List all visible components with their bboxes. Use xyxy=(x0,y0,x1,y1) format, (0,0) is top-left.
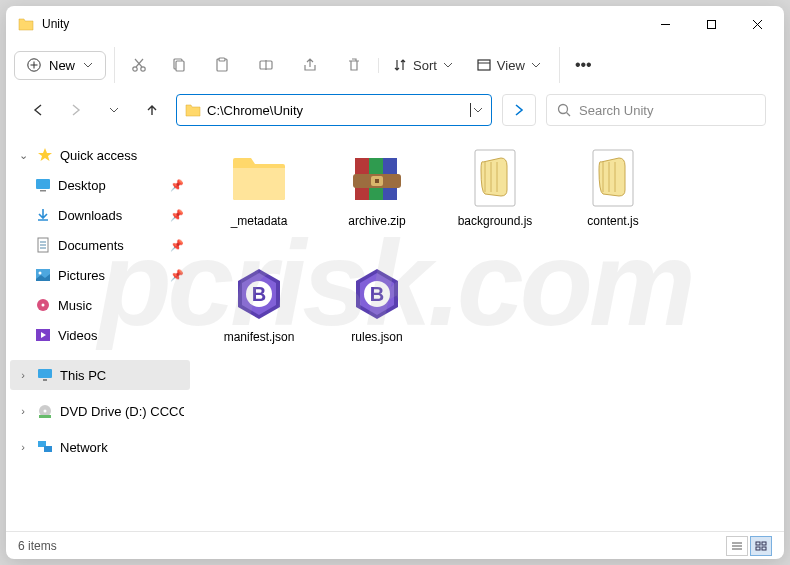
sort-button[interactable]: Sort xyxy=(378,58,463,73)
svg-rect-33 xyxy=(43,379,47,381)
sidebar-item-downloads[interactable]: Downloads📌 xyxy=(10,200,190,230)
pin-icon: 📌 xyxy=(170,269,184,282)
svg-rect-14 xyxy=(219,58,225,61)
sidebar-item-music[interactable]: Music xyxy=(10,290,190,320)
pin-icon: 📌 xyxy=(170,209,184,222)
delete-button[interactable] xyxy=(334,47,374,83)
share-button[interactable] xyxy=(290,47,330,83)
search-icon xyxy=(557,103,571,117)
more-button[interactable]: ••• xyxy=(559,47,599,83)
folder-icon xyxy=(185,103,201,117)
back-button[interactable] xyxy=(24,96,52,124)
svg-line-9 xyxy=(136,59,143,67)
recent-button[interactable] xyxy=(100,96,128,124)
sort-icon xyxy=(393,58,407,72)
search-placeholder: Search Unity xyxy=(579,103,653,118)
window-title: Unity xyxy=(42,17,642,31)
svg-rect-44 xyxy=(375,179,379,183)
svg-point-8 xyxy=(140,67,144,71)
svg-rect-21 xyxy=(36,179,50,189)
view-button[interactable]: View xyxy=(467,58,551,73)
chevron-down-icon[interactable] xyxy=(473,107,483,113)
svg-point-19 xyxy=(559,105,568,114)
desktop-icon xyxy=(34,176,52,194)
window-controls xyxy=(642,8,780,40)
file-name: _metadata xyxy=(231,214,288,228)
up-button[interactable] xyxy=(138,96,166,124)
document-icon xyxy=(34,236,52,254)
folder-icon xyxy=(18,17,34,31)
chevron-right-icon: › xyxy=(16,405,30,417)
file-list[interactable]: _metadata archive.zip background.js xyxy=(194,132,784,531)
item-count: 6 items xyxy=(18,539,57,553)
svg-rect-36 xyxy=(39,415,51,418)
svg-point-28 xyxy=(39,272,42,275)
trash-icon xyxy=(346,57,362,73)
music-icon xyxy=(34,296,52,314)
svg-rect-54 xyxy=(756,542,760,545)
address-bar[interactable]: C:\Chrome\Unity xyxy=(176,94,492,126)
js-icon xyxy=(581,146,645,210)
search-input[interactable]: Search Unity xyxy=(546,94,766,126)
maximize-button[interactable] xyxy=(688,8,734,40)
copy-button[interactable] xyxy=(158,47,198,83)
cut-button[interactable] xyxy=(114,47,154,83)
file-item[interactable]: B manifest.json xyxy=(204,258,314,366)
nav-row: C:\Chrome\Unity Search Unity xyxy=(6,88,784,132)
sidebar-item-documents[interactable]: Documents📌 xyxy=(10,230,190,260)
close-button[interactable] xyxy=(734,8,780,40)
new-button[interactable]: New xyxy=(14,51,106,80)
sidebar-this-pc[interactable]: › This PC xyxy=(10,360,190,390)
titlebar: Unity xyxy=(6,6,784,42)
network-icon xyxy=(36,438,54,456)
download-icon xyxy=(34,206,52,224)
file-item[interactable]: _metadata xyxy=(204,142,314,250)
svg-rect-1 xyxy=(707,20,715,28)
pin-icon: 📌 xyxy=(170,239,184,252)
star-icon xyxy=(36,146,54,164)
file-item[interactable]: background.js xyxy=(440,142,550,250)
sidebar-dvd[interactable]: › DVD Drive (D:) CCCC xyxy=(10,396,190,426)
rename-button[interactable] xyxy=(246,47,286,83)
svg-point-35 xyxy=(44,410,47,413)
view-label: View xyxy=(497,58,525,73)
file-item[interactable]: archive.zip xyxy=(322,142,432,250)
file-name: rules.json xyxy=(351,330,402,344)
videos-icon xyxy=(34,326,52,344)
address-path: C:\Chrome\Unity xyxy=(207,103,468,118)
forward-button[interactable] xyxy=(62,96,90,124)
minimize-button[interactable] xyxy=(642,8,688,40)
status-bar: 6 items xyxy=(6,531,784,559)
chevron-down-icon xyxy=(443,62,453,68)
toolbar: New Sort View ••• xyxy=(6,42,784,88)
sidebar-item-desktop[interactable]: Desktop📌 xyxy=(10,170,190,200)
sidebar-item-pictures[interactable]: Pictures📌 xyxy=(10,260,190,290)
go-button[interactable] xyxy=(502,94,536,126)
chevron-down-icon: ⌄ xyxy=(16,149,30,162)
svg-point-7 xyxy=(132,67,136,71)
paste-icon xyxy=(214,57,230,73)
pictures-icon xyxy=(34,266,52,284)
paste-button[interactable] xyxy=(202,47,242,83)
svg-text:B: B xyxy=(252,283,266,305)
file-item[interactable]: content.js xyxy=(558,142,668,250)
sidebar-network[interactable]: › Network xyxy=(10,432,190,462)
cut-icon xyxy=(131,57,147,73)
chevron-right-icon: › xyxy=(16,441,30,453)
file-name: background.js xyxy=(458,214,533,228)
svg-point-30 xyxy=(42,304,45,307)
json-icon: B xyxy=(345,262,409,326)
plus-icon xyxy=(27,58,41,72)
chevron-right-icon: › xyxy=(16,369,30,381)
sidebar-quick-access[interactable]: ⌄ Quick access xyxy=(10,140,190,170)
file-item[interactable]: B rules.json xyxy=(322,258,432,366)
folder-icon xyxy=(227,146,291,210)
view-icon xyxy=(477,58,491,72)
sidebar-item-videos[interactable]: Videos xyxy=(10,320,190,350)
icons-view-button[interactable] xyxy=(750,536,772,556)
body: ⌄ Quick access Desktop📌 Downloads📌 Docum… xyxy=(6,132,784,531)
share-icon xyxy=(302,57,318,73)
json-icon: B xyxy=(227,262,291,326)
svg-rect-38 xyxy=(44,446,52,452)
details-view-button[interactable] xyxy=(726,536,748,556)
